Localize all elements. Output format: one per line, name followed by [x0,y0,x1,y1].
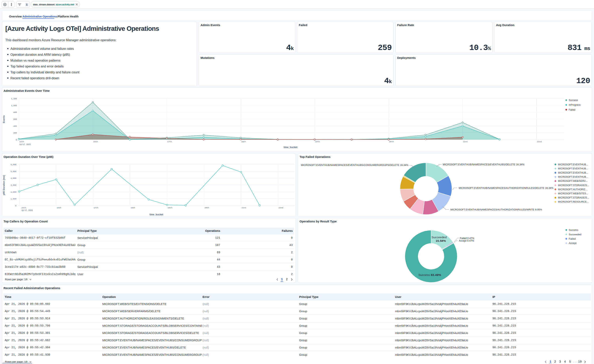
svg-text:400: 400 [13,125,17,127]
svg-text:21st: 21st [242,207,246,209]
svg-text:0: 0 [15,205,16,207]
svg-text:MICROSOFT.RESOURCE...: MICROSOFT.RESOURCE... [558,201,589,203]
svg-text:19th: 19th [315,141,320,143]
svg-text:MICROSOFT.WEB/SERV...: MICROSOFT.WEB/SERV... [558,180,587,182]
svg-text:April 2026: April 2026 [21,209,33,211]
svg-text:time_bucket: time_bucket [149,213,163,216]
svg-text:MICROSOFT.EVENTHUB...: MICROSOFT.EVENTHUB... [558,167,588,170]
svg-text:Succeeded: Succeeded [569,233,581,236]
svg-text:22nd: 22nd [278,207,283,209]
svg-text:MICROSOFT.EVENTHUB...: MICROSOFT.EVENTHUB... [558,176,588,178]
svg-text:April 2026: April 2026 [20,143,31,145]
svg-text:2,000: 2,000 [11,191,16,193]
svg-text:15.58%: 15.58% [435,239,446,242]
svg-text:MICROSOFT.WEB/SITES...: MICROSOFT.WEB/SITES... [558,192,588,195]
svg-text:Success: Success [569,99,578,102]
svg-text:MICROSOFT.EVENTHUB/NAMESPACES/: MICROSOFT.EVENTHUB/NAMESPACES/EVENTHUBS/… [301,164,408,167]
svg-text:MICROSOFT.EVENTHUB/NAMESPACES/: MICROSOFT.EVENTHUB/NAMESPACES/EVENTHUBS/… [443,163,524,166]
svg-text:15th: 15th [21,207,26,209]
svg-text:21st: 21st [463,141,468,143]
svg-text:Events: Events [3,115,5,123]
svg-text:MICROSOFT.STORAGE/S...: MICROSOFT.STORAGE/S... [558,184,589,187]
svg-text:16th: 16th [93,141,98,143]
svg-text:Succeeded: Succeeded [431,235,447,239]
svg-text:1,200: 1,200 [11,98,17,100]
svg-text:1,000: 1,000 [11,104,17,107]
svg-text:Success: Success [569,228,579,231]
svg-text:800: 800 [13,111,17,114]
svg-text:200: 200 [13,132,17,134]
svg-text:19th: 19th [168,207,172,209]
svg-text:p95 Duration (ms): p95 Duration (ms) [3,175,5,195]
svg-text:time_bucket: time_bucket [284,146,297,149]
svg-text:Accept: Accept [569,242,576,245]
svg-text:1,000: 1,000 [11,198,16,200]
svg-text:Failed: Failed [569,109,575,111]
svg-text:20th: 20th [389,141,394,143]
svg-text:MICROSOFT.AUTHORIZ...: MICROSOFT.AUTHORIZ... [558,188,587,191]
svg-text:MICROSOFT.EVENTHUB/NAMESPACES/: MICROSOFT.EVENTHUB/NAMESPACES/AUTHORIZAT… [450,208,542,211]
svg-text:15th: 15th [20,141,24,143]
svg-text:17th: 17th [167,141,172,143]
svg-text:20th: 20th [205,207,209,209]
svg-text:6,000: 6,000 [11,163,16,166]
svg-text:3,000: 3,000 [11,184,16,186]
svg-text:MICROSOFT.STORAGE/S...: MICROSOFT.STORAGE/S... [558,196,589,199]
svg-text:Accept 0.47%: Accept 0.47% [459,240,474,242]
svg-text:MICROSOFT.EVENTHUB/NAMESPACES/: MICROSOFT.EVENTHUB/NAMESPACES/AUTHORIZAT… [459,187,553,189]
svg-text:4,000: 4,000 [11,177,16,179]
svg-text:22nd: 22nd [537,141,541,143]
svg-text:MICROSOFT.EVENTHUB...: MICROSOFT.EVENTHUB... [558,171,588,174]
svg-text:18th: 18th [131,207,135,209]
svg-text:Success 83.49%: Success 83.49% [418,273,441,277]
svg-text:16th: 16th [57,207,61,209]
svg-text:0: 0 [16,139,17,141]
svg-text:5,000: 5,000 [11,170,16,173]
svg-text:InProgress: InProgress [569,104,580,106]
svg-text:17th: 17th [94,207,98,209]
svg-text:18th: 18th [241,141,246,143]
svg-text:Failed: Failed [569,237,575,240]
svg-text:600: 600 [13,118,17,120]
svg-text:MICROSOFT.EVENTHUB...: MICROSOFT.EVENTHUB... [558,163,588,166]
